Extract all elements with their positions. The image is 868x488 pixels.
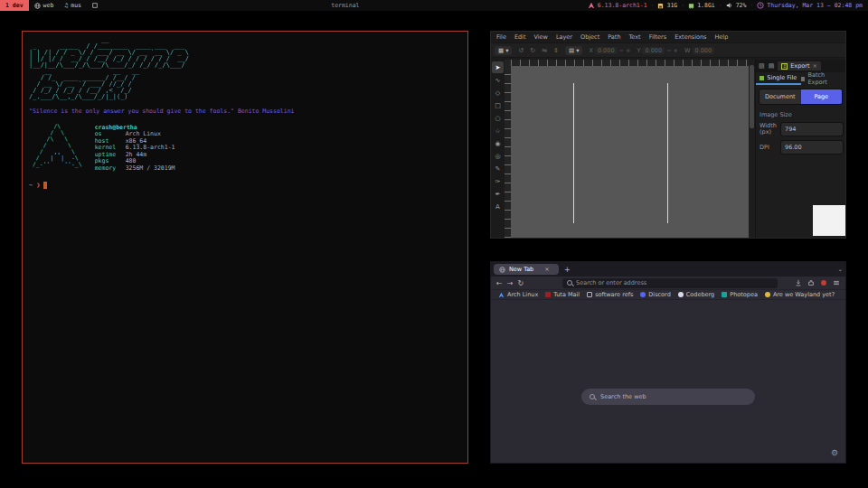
menu-object[interactable]: Object bbox=[580, 33, 599, 41]
workspace-web[interactable]: web bbox=[29, 0, 60, 11]
star-tool[interactable]: ☆ bbox=[492, 125, 504, 136]
menu-layer[interactable]: Layer bbox=[556, 33, 572, 41]
spiral-tool[interactable]: ◎ bbox=[492, 150, 504, 162]
inkscape-canvas[interactable] bbox=[505, 60, 749, 238]
back-icon[interactable]: ← bbox=[496, 279, 503, 287]
square-icon bbox=[92, 3, 98, 8]
align-dropdown[interactable]: ▤ ▾ bbox=[565, 46, 582, 55]
selector-tool[interactable]: ➤ bbox=[492, 61, 504, 73]
url-placeholder: Search or enter address bbox=[576, 279, 646, 286]
menu-view[interactable]: View bbox=[533, 33, 547, 41]
focused-window-title: terminal bbox=[103, 2, 588, 9]
tab-single-file[interactable]: Single File bbox=[756, 72, 801, 85]
export-scope-segmented: Document Page bbox=[759, 89, 843, 105]
tool-options-bar: ▦ ▾ ↺ ↻ ⇋ ⇕ ▤ ▾ X 0.000 − + Y 0.000 − + … bbox=[491, 42, 845, 58]
new-tab-button[interactable]: + bbox=[564, 266, 571, 274]
tuta-icon bbox=[545, 292, 551, 297]
rotate-cw-icon[interactable]: ↻ bbox=[530, 47, 535, 54]
bookmark-folder-software-refs[interactable]: software refs bbox=[587, 291, 633, 298]
y-coordinate-field[interactable]: Y 0.000 − + bbox=[637, 47, 679, 54]
downloads-icon[interactable] bbox=[795, 279, 802, 286]
firefox-window[interactable]: New Tab × + ⌄ ← → ↻ Search or enter addr… bbox=[490, 261, 846, 464]
bookmark-photopea[interactable]: Photopea bbox=[722, 291, 758, 298]
music-icon: ♫ bbox=[64, 2, 68, 9]
menu-extensions[interactable]: Extensions bbox=[675, 33, 706, 41]
pen-tool[interactable]: ✑ bbox=[492, 175, 504, 187]
memory-module: 1.8Gi bbox=[688, 2, 715, 9]
menu-icon[interactable] bbox=[833, 279, 840, 286]
list-tabs-chevron-icon[interactable]: ⌄ bbox=[838, 266, 843, 273]
web-search-input[interactable]: Search the web bbox=[581, 389, 755, 405]
flip-horizontal-icon[interactable]: ⇋ bbox=[542, 47, 547, 54]
inkscape-toolbox: ➤ ∿ ◇ □ ○ ☆ ◉ ◎ ✎ ✑ ✒ A bbox=[491, 60, 505, 238]
workspace-extra[interactable] bbox=[87, 0, 103, 11]
selection-mode-dropdown[interactable]: ▦ ▾ bbox=[495, 46, 512, 55]
x-coordinate-field[interactable]: X 0.000 − + bbox=[589, 47, 630, 54]
menu-file[interactable]: File bbox=[496, 33, 506, 41]
bookmark-discord[interactable]: Discord bbox=[640, 291, 670, 298]
bookmark-arch-linux[interactable]: Arch Linux bbox=[498, 291, 538, 298]
personalize-gear-icon[interactable]: ⚙ bbox=[831, 448, 838, 457]
scope-page-button[interactable]: Page bbox=[801, 89, 843, 104]
bookmark-codeberg[interactable]: Codeberg bbox=[678, 291, 714, 298]
tab-batch-export[interactable]: Batch Export bbox=[801, 72, 846, 85]
forward-icon[interactable]: → bbox=[507, 279, 514, 287]
workspace-dev[interactable]: 1 dev bbox=[0, 0, 29, 11]
width-field[interactable]: W 0.000 bbox=[684, 47, 714, 54]
adblocker-icon[interactable] bbox=[820, 279, 827, 286]
kernel-module: 6.13.8-arch1-1 bbox=[588, 2, 647, 9]
canvas-scrollbar[interactable] bbox=[749, 60, 755, 238]
terminal-window[interactable]: __ _ _____ / /________ ____ ___ ___ | | … bbox=[22, 31, 468, 464]
export-dpi-row: DPI 96.00 bbox=[760, 140, 844, 155]
pencil-tool[interactable]: ✎ bbox=[492, 163, 504, 174]
layers-panel-icon[interactable]: ▤ bbox=[769, 62, 775, 70]
ascii-art-welcome: __ _ _____ / /________ ____ ___ ___ | | … bbox=[29, 37, 461, 69]
menu-text[interactable]: Text bbox=[629, 33, 641, 41]
calligraphy-tool[interactable]: ✒ bbox=[492, 188, 504, 200]
rotate-ccw-icon[interactable]: ↺ bbox=[518, 47, 524, 54]
shape-builder-tool[interactable]: ◇ bbox=[492, 87, 504, 99]
bookmark-are-we-wayland-yet[interactable]: Are we Wayland yet? bbox=[765, 291, 835, 298]
bookmark-tuta-mail[interactable]: Tuta Mail bbox=[545, 291, 580, 298]
inkscape-menubar: File Edit View Layer Object Path Text Fi… bbox=[491, 32, 845, 42]
inkscape-window[interactable]: File Edit View Layer Object Path Text Fi… bbox=[490, 31, 846, 239]
status-modules: 6.13.8-arch1-1 · 31G · 1.8Gi · 72% · bbox=[588, 2, 868, 9]
menu-help[interactable]: Help bbox=[714, 33, 728, 41]
box-3d-tool[interactable]: ◉ bbox=[492, 137, 504, 149]
disk-usage: 31G bbox=[666, 2, 677, 9]
url-bar[interactable]: Search or enter address bbox=[562, 278, 778, 288]
export-width-input[interactable]: 794 bbox=[780, 122, 844, 136]
export-dpi-input[interactable]: 96.00 bbox=[780, 140, 844, 155]
node-tool[interactable]: ∿ bbox=[492, 74, 504, 86]
menu-edit[interactable]: Edit bbox=[514, 33, 526, 41]
tab-close-icon[interactable]: × bbox=[544, 266, 549, 273]
active-tab[interactable]: New Tab × bbox=[494, 264, 559, 275]
objects-panel-icon[interactable]: ▨ bbox=[759, 62, 765, 70]
fetch-row: memory 3256M / 32019M bbox=[95, 165, 175, 173]
globe-icon bbox=[34, 3, 41, 9]
scope-document-button[interactable]: Document bbox=[760, 89, 801, 104]
text-tool[interactable]: A bbox=[492, 201, 504, 212]
rectangle-tool[interactable]: □ bbox=[492, 99, 504, 111]
menu-path[interactable]: Path bbox=[608, 33, 620, 41]
disk-icon bbox=[657, 3, 664, 9]
wayland-icon bbox=[765, 292, 770, 297]
workspace-music[interactable]: ♫ mus bbox=[59, 0, 87, 11]
reload-icon[interactable]: ↻ bbox=[517, 279, 524, 287]
prompt-path: ~ bbox=[29, 182, 33, 189]
x-stepper[interactable]: − + bbox=[619, 47, 631, 54]
export-dialog-tab[interactable]: ↥ Export × bbox=[778, 61, 821, 70]
ellipse-tool[interactable]: ○ bbox=[492, 112, 504, 124]
scrollbar-thumb[interactable] bbox=[750, 65, 754, 128]
menu-filters[interactable]: Filters bbox=[649, 33, 666, 41]
extensions-icon[interactable] bbox=[807, 279, 815, 286]
arch-bookmark-icon bbox=[498, 292, 505, 298]
volume-level: 72% bbox=[736, 2, 747, 9]
flip-vertical-icon[interactable]: ⇕ bbox=[553, 47, 559, 54]
y-stepper[interactable]: − + bbox=[666, 47, 678, 54]
shell-prompt[interactable]: ~ ❯ bbox=[29, 182, 461, 189]
close-icon[interactable]: × bbox=[813, 62, 817, 70]
arch-ascii-logo: /\ / \ /\ \ / \ / ,, \ / | | -\ /_-'' ''… bbox=[29, 124, 82, 173]
tab-globe-icon bbox=[499, 267, 505, 273]
workspace-music-label: mus bbox=[71, 2, 81, 9]
